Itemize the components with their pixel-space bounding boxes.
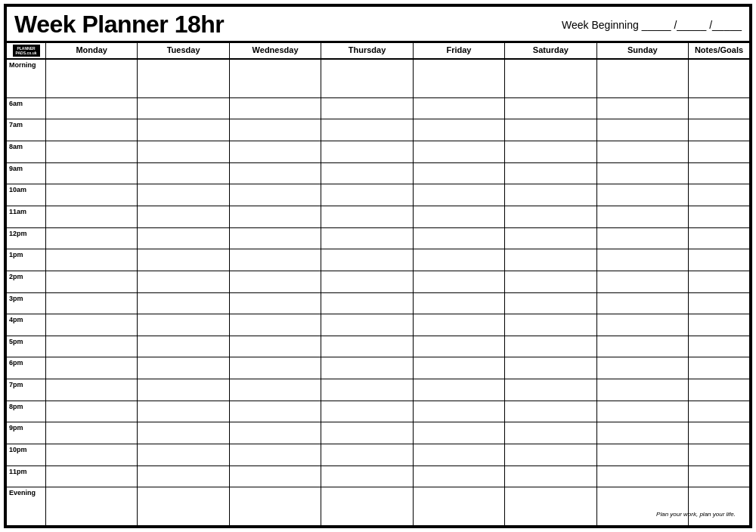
day-cell[interactable] bbox=[46, 444, 138, 466]
day-cell[interactable] bbox=[414, 184, 505, 206]
day-cell[interactable] bbox=[46, 163, 138, 184]
notes-cell[interactable] bbox=[689, 141, 749, 162]
day-cell[interactable] bbox=[321, 487, 413, 525]
day-cell[interactable] bbox=[414, 119, 505, 141]
day-cell[interactable] bbox=[505, 466, 596, 487]
day-cell[interactable] bbox=[414, 336, 505, 357]
day-cell[interactable] bbox=[46, 119, 138, 141]
day-cell[interactable] bbox=[597, 314, 689, 336]
day-cell[interactable] bbox=[138, 422, 229, 444]
day-cell[interactable] bbox=[505, 487, 596, 525]
day-cell[interactable] bbox=[230, 184, 321, 206]
day-cell[interactable] bbox=[597, 60, 689, 97]
day-cell[interactable] bbox=[597, 249, 689, 271]
notes-cell[interactable] bbox=[689, 487, 749, 525]
notes-cell[interactable] bbox=[689, 60, 749, 97]
day-cell[interactable] bbox=[138, 60, 229, 97]
day-cell[interactable] bbox=[597, 98, 689, 119]
day-cell[interactable] bbox=[597, 379, 689, 401]
day-cell[interactable] bbox=[46, 466, 138, 487]
day-cell[interactable] bbox=[414, 357, 505, 379]
day-cell[interactable] bbox=[230, 487, 321, 525]
day-cell[interactable] bbox=[414, 249, 505, 271]
day-cell[interactable] bbox=[321, 336, 413, 357]
day-cell[interactable] bbox=[321, 141, 413, 162]
day-cell[interactable] bbox=[505, 336, 596, 357]
day-cell[interactable] bbox=[230, 336, 321, 357]
day-cell[interactable] bbox=[321, 422, 413, 444]
day-cell[interactable] bbox=[505, 206, 596, 227]
notes-cell[interactable] bbox=[689, 336, 749, 357]
day-cell[interactable] bbox=[230, 228, 321, 249]
day-cell[interactable] bbox=[505, 422, 596, 444]
day-cell[interactable] bbox=[505, 293, 596, 314]
day-cell[interactable] bbox=[230, 271, 321, 292]
day-cell[interactable] bbox=[138, 466, 229, 487]
day-cell[interactable] bbox=[414, 141, 505, 162]
day-cell[interactable] bbox=[597, 163, 689, 184]
day-cell[interactable] bbox=[230, 141, 321, 162]
day-cell[interactable] bbox=[597, 357, 689, 379]
day-cell[interactable] bbox=[597, 206, 689, 227]
day-cell[interactable] bbox=[505, 249, 596, 271]
day-cell[interactable] bbox=[505, 314, 596, 336]
day-cell[interactable] bbox=[505, 379, 596, 401]
day-cell[interactable] bbox=[138, 119, 229, 141]
day-cell[interactable] bbox=[138, 444, 229, 466]
day-cell[interactable] bbox=[414, 422, 505, 444]
day-cell[interactable] bbox=[46, 314, 138, 336]
notes-cell[interactable] bbox=[689, 271, 749, 292]
day-cell[interactable] bbox=[138, 314, 229, 336]
day-cell[interactable] bbox=[46, 487, 138, 525]
day-cell[interactable] bbox=[46, 98, 138, 119]
day-cell[interactable] bbox=[138, 163, 229, 184]
day-cell[interactable] bbox=[505, 60, 596, 97]
day-cell[interactable] bbox=[230, 293, 321, 314]
day-cell[interactable] bbox=[138, 98, 229, 119]
day-cell[interactable] bbox=[414, 444, 505, 466]
day-cell[interactable] bbox=[138, 184, 229, 206]
day-cell[interactable] bbox=[414, 314, 505, 336]
day-cell[interactable] bbox=[597, 444, 689, 466]
day-cell[interactable] bbox=[414, 466, 505, 487]
day-cell[interactable] bbox=[414, 60, 505, 97]
notes-cell[interactable] bbox=[689, 249, 749, 271]
notes-cell[interactable] bbox=[689, 379, 749, 401]
day-cell[interactable] bbox=[597, 141, 689, 162]
day-cell[interactable] bbox=[597, 487, 689, 525]
notes-cell[interactable] bbox=[689, 357, 749, 379]
day-cell[interactable] bbox=[46, 401, 138, 422]
day-cell[interactable] bbox=[321, 206, 413, 227]
day-cell[interactable] bbox=[505, 119, 596, 141]
day-cell[interactable] bbox=[597, 336, 689, 357]
day-cell[interactable] bbox=[138, 249, 229, 271]
day-cell[interactable] bbox=[138, 141, 229, 162]
day-cell[interactable] bbox=[230, 422, 321, 444]
day-cell[interactable] bbox=[46, 60, 138, 97]
day-cell[interactable] bbox=[230, 379, 321, 401]
day-cell[interactable] bbox=[321, 293, 413, 314]
day-cell[interactable] bbox=[230, 466, 321, 487]
notes-cell[interactable] bbox=[689, 98, 749, 119]
day-cell[interactable] bbox=[230, 163, 321, 184]
notes-cell[interactable] bbox=[689, 422, 749, 444]
day-cell[interactable] bbox=[505, 401, 596, 422]
day-cell[interactable] bbox=[414, 206, 505, 227]
day-cell[interactable] bbox=[138, 206, 229, 227]
day-cell[interactable] bbox=[321, 401, 413, 422]
day-cell[interactable] bbox=[505, 184, 596, 206]
day-cell[interactable] bbox=[321, 119, 413, 141]
day-cell[interactable] bbox=[321, 271, 413, 292]
day-cell[interactable] bbox=[505, 163, 596, 184]
day-cell[interactable] bbox=[138, 487, 229, 525]
day-cell[interactable] bbox=[230, 119, 321, 141]
day-cell[interactable] bbox=[230, 98, 321, 119]
day-cell[interactable] bbox=[46, 293, 138, 314]
notes-cell[interactable] bbox=[689, 184, 749, 206]
day-cell[interactable] bbox=[505, 271, 596, 292]
day-cell[interactable] bbox=[46, 357, 138, 379]
day-cell[interactable] bbox=[597, 271, 689, 292]
day-cell[interactable] bbox=[321, 379, 413, 401]
notes-cell[interactable] bbox=[689, 466, 749, 487]
day-cell[interactable] bbox=[321, 444, 413, 466]
